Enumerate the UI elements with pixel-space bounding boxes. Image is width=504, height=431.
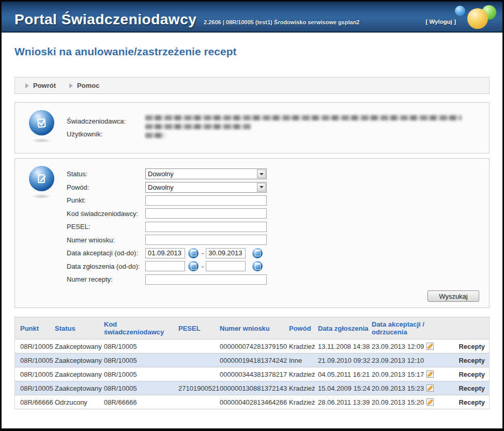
page-title: Wnioski na anulowanie/zastrzeżenie recep… — [14, 45, 490, 58]
cell-status: Zaakceptowany — [55, 371, 104, 378]
cell-akceptacja: 20.09.2013 15:17 — [372, 371, 439, 378]
status-label: Status: — [67, 170, 145, 178]
cell-punkt: 08R/10005 — [20, 357, 55, 364]
arrow-right-icon — [69, 83, 73, 88]
toolbar: Powrót Pomoc — [14, 77, 490, 94]
app-title: Portal Świadczeniodawcy — [14, 12, 196, 27]
version-info: 2.2606 | 08R/10005 (test1) Środowisko se… — [204, 19, 359, 25]
cell-punkt: 08R/10005 — [20, 371, 55, 378]
cell-zgloszenie: 21.09.2010 09:32 — [318, 357, 372, 364]
kod-swiadczeniodawcy-input[interactable] — [145, 208, 267, 219]
table-row: 08R/10005Zaakceptowany08R/10005000000194… — [15, 353, 489, 367]
cell-zgloszenie: 04.05.2011 16:21 — [318, 371, 372, 378]
logout-link[interactable]: [ Wyloguj ] — [425, 19, 456, 25]
numer-recepty-input[interactable] — [145, 274, 267, 285]
chevron-down-icon[interactable] — [257, 183, 266, 192]
cell-numer: 000000130881372143 — [220, 384, 289, 392]
col-numer-wniosku: Numer wniosku — [220, 322, 289, 334]
powod-label: Powód: — [67, 183, 145, 191]
col-kod: Kod świadczeniodawcy — [104, 318, 165, 338]
data-zgloszenia-from-input[interactable] — [145, 261, 185, 271]
cell-akceptacja: 23.09.2013 12:10 — [372, 357, 439, 364]
cell-kod: 08R/10005 — [104, 371, 178, 378]
chevron-down-icon[interactable] — [257, 170, 266, 178]
status-select[interactable]: Dowolny — [145, 168, 267, 179]
calendar-icon[interactable] — [188, 261, 198, 271]
data-zgloszenia-to-input[interactable] — [206, 261, 246, 271]
note-edit-icon[interactable] — [426, 343, 434, 350]
pesel-label: PESEL: — [67, 223, 145, 230]
calendar-icon[interactable] — [252, 248, 263, 258]
cell-zgloszenie: 28.06.2011 13:39 — [318, 398, 372, 406]
cell-powod: Kradzież — [289, 384, 318, 392]
cell-zgloszenie: 15.04.2009 15:24 — [318, 384, 372, 392]
data-akceptacji-to-input[interactable] — [206, 248, 246, 258]
nav-item-pomoc[interactable]: Pomoc — [69, 82, 99, 89]
note-edit-icon[interactable] — [426, 398, 434, 406]
recepty-link[interactable]: Recepty — [459, 371, 485, 378]
table-body: 08R/10005Zaakceptowany08R/10005000000074… — [15, 340, 489, 409]
cell-kod: 08R/10005 — [104, 384, 178, 392]
user-label: Użytkownik: — [67, 128, 145, 141]
col-pesel: PESEL — [178, 322, 220, 334]
yellow-ball-icon — [467, 8, 488, 29]
pesel-input[interactable] — [145, 222, 267, 232]
arrow-right-icon — [25, 83, 29, 88]
recepty-link[interactable]: Recepty — [459, 384, 485, 392]
cell-pesel: 27101900521 — [178, 384, 220, 392]
calendar-icon[interactable] — [188, 248, 198, 258]
note-edit-icon[interactable] — [426, 371, 434, 378]
punkt-label: Punkt: — [67, 196, 145, 204]
cell-kod: 08R/10005 — [104, 343, 178, 350]
cell-status: Zaakceptowany — [55, 357, 104, 364]
calendar-icon[interactable] — [252, 261, 263, 271]
cell-numer: 000000344381378217 — [220, 371, 289, 378]
cell-recepty: Recepty — [439, 343, 489, 350]
col-data-akceptacji: Data akceptacji / odrzucenia — [372, 318, 439, 338]
cell-numer: 000000074281379150 — [220, 343, 289, 350]
kod-label: Kod świadczeniodawcy: — [67, 210, 145, 218]
cell-zgloszenie: 13.11.2008 14:38 — [318, 343, 372, 350]
note-edit-icon[interactable] — [426, 384, 434, 392]
checkbox-sphere-icon — [29, 110, 54, 135]
col-status: Status — [55, 322, 104, 334]
table-row: 08R/10005Zaakceptowany08R/10005271019005… — [15, 381, 489, 395]
cell-powod: Kradzież — [289, 343, 318, 350]
provider-label: Świadczeniodawca: — [67, 115, 145, 128]
redacted-provider-name-line2 — [145, 124, 251, 129]
cell-numer: 000000402813464266 — [220, 398, 289, 406]
filter-box: Status: Dowolny Powód: Dowolny Punkt: Ko… — [14, 158, 490, 308]
redacted-provider-name-line1 — [145, 115, 462, 120]
data-akceptacji-label: Data akceptacji (od-do): — [67, 249, 145, 257]
recepty-link[interactable]: Recepty — [459, 343, 485, 350]
edit-sphere-icon — [29, 166, 54, 191]
results-table: Punkt Status Kod świadczeniodawcy PESEL … — [14, 317, 490, 409]
cell-status: Odrzucony — [55, 398, 104, 406]
cell-punkt: 08R/66666 — [20, 398, 55, 406]
col-data-zgloszenia: Data zgłoszenia — [318, 322, 372, 334]
recepty-link[interactable]: Recepty — [459, 357, 485, 364]
cell-powod: Inne — [289, 357, 318, 364]
cell-recepty: Recepty — [439, 398, 489, 406]
cell-powod: Kradzież — [289, 398, 318, 406]
cell-akceptacja: 20.09.2013 15:20 — [372, 398, 439, 406]
cell-status: Zaakceptowany — [55, 343, 104, 350]
recepty-link[interactable]: Recepty — [459, 398, 485, 406]
cell-kod: 08R/66666 — [104, 398, 178, 406]
nav-item-powrot[interactable]: Powrót — [25, 82, 56, 89]
numer-wniosku-input[interactable] — [145, 235, 267, 245]
table-header: Punkt Status Kod świadczeniodawcy PESEL … — [15, 317, 489, 340]
cell-punkt: 08R/10005 — [20, 384, 55, 392]
punkt-input[interactable] — [145, 195, 267, 206]
table-row: 08R/10005Zaakceptowany08R/10005000000074… — [15, 340, 489, 353]
cell-punkt: 08R/10005 — [20, 343, 55, 350]
cell-kod: 08R/10005 — [104, 357, 178, 364]
cell-recepty: Recepty — [439, 371, 489, 378]
col-powod: Powód — [289, 322, 318, 334]
app-header: Portal Świadczeniodawcy 2.2606 | 08R/100… — [2, 2, 502, 33]
numer-recepty-label: Numer recepty: — [67, 275, 145, 283]
cell-akceptacja: 23.09.2013 12:09 — [372, 343, 439, 350]
search-button[interactable]: Wyszukaj — [427, 290, 479, 302]
powod-select[interactable]: Dowolny — [145, 182, 267, 193]
data-akceptacji-from-input[interactable] — [145, 248, 185, 258]
